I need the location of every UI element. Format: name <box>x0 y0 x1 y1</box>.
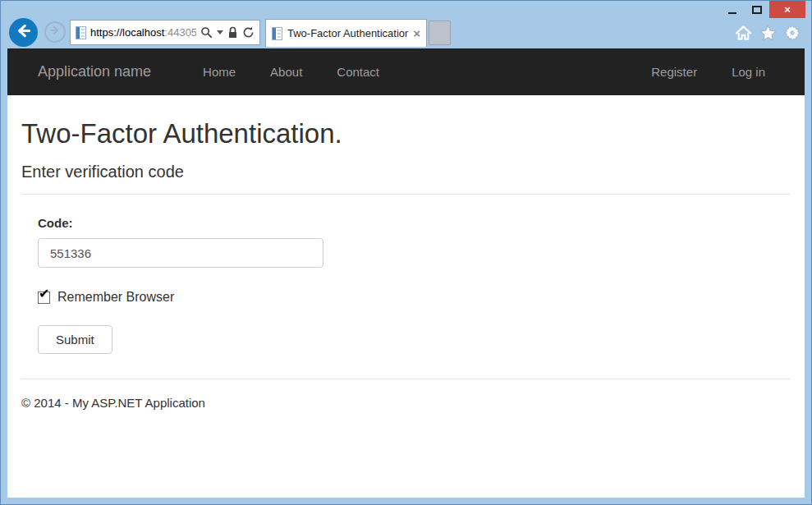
back-button[interactable] <box>9 18 38 47</box>
url-domain: https://localhost <box>90 26 164 39</box>
page-viewport: Application name Home About Contact Regi… <box>7 48 805 498</box>
nav-item-register: Register <box>634 48 714 95</box>
refresh-icon[interactable] <box>242 26 255 39</box>
tab-page-icon <box>272 27 282 40</box>
remember-browser-checkbox[interactable]: ✔ <box>38 292 50 304</box>
nav-link-login[interactable]: Log in <box>714 48 782 95</box>
code-label: Code: <box>38 216 791 230</box>
url-path: :44305/Ac <box>164 26 196 39</box>
page-content: Two-Factor Authentication. Enter verific… <box>7 118 805 410</box>
new-tab-button[interactable] <box>429 21 451 45</box>
browser-chrome: https://localhost:44305/Ac <box>1 1 811 48</box>
nav-link-register[interactable]: Register <box>634 48 714 95</box>
remember-browser-row: ✔ Remember Browser <box>38 290 791 305</box>
search-dropdown-caret-icon[interactable] <box>217 30 223 34</box>
nav-item-about: About <box>253 48 319 95</box>
remember-browser-label: Remember Browser <box>57 290 174 305</box>
nav-item-home: Home <box>186 48 253 95</box>
divider-bottom <box>21 379 791 379</box>
navbar-brand[interactable]: Application name <box>38 63 151 80</box>
lock-icon[interactable] <box>227 26 238 39</box>
tab-title: Two-Factor Authentication ... <box>287 27 408 39</box>
submit-button[interactable]: Submit <box>38 325 112 354</box>
forward-arrow-icon <box>49 25 61 39</box>
divider-top <box>21 194 791 195</box>
nav-item-contact: Contact <box>319 48 397 95</box>
home-icon[interactable] <box>734 24 752 42</box>
settings-gear-icon[interactable] <box>783 24 801 42</box>
navbar-links: Home About Contact <box>186 48 397 95</box>
url-text[interactable]: https://localhost:44305/Ac <box>90 26 196 39</box>
verification-form: Code: ✔ Remember Browser Submit <box>38 216 791 354</box>
code-input[interactable] <box>38 238 323 268</box>
checkbox-check-icon: ✔ <box>39 287 49 301</box>
nav-link-contact[interactable]: Contact <box>319 48 397 95</box>
tab-close-icon[interactable]: × <box>413 27 420 39</box>
page-subtitle: Enter verification code <box>21 163 791 181</box>
page-icon <box>76 26 86 39</box>
back-arrow-icon <box>15 22 32 43</box>
forward-button[interactable] <box>44 21 66 43</box>
browser-tab[interactable]: Two-Factor Authentication ... × <box>265 19 427 47</box>
site-navbar: Application name Home About Contact Regi… <box>7 48 805 95</box>
navbar-right-links: Register Log in <box>634 48 782 95</box>
page-title: Two-Factor Authentication. <box>21 118 791 149</box>
address-bar[interactable]: https://localhost:44305/Ac <box>70 20 260 45</box>
favorites-star-icon[interactable] <box>759 24 777 42</box>
search-icon[interactable] <box>200 26 213 39</box>
chrome-right-icons <box>734 24 801 42</box>
browser-window: × <box>0 0 812 505</box>
nav-link-home[interactable]: Home <box>186 48 253 95</box>
nav-item-login: Log in <box>714 48 782 95</box>
nav-link-about[interactable]: About <box>253 48 319 95</box>
footer-copyright: © 2014 - My ASP.NET Application <box>21 396 791 410</box>
